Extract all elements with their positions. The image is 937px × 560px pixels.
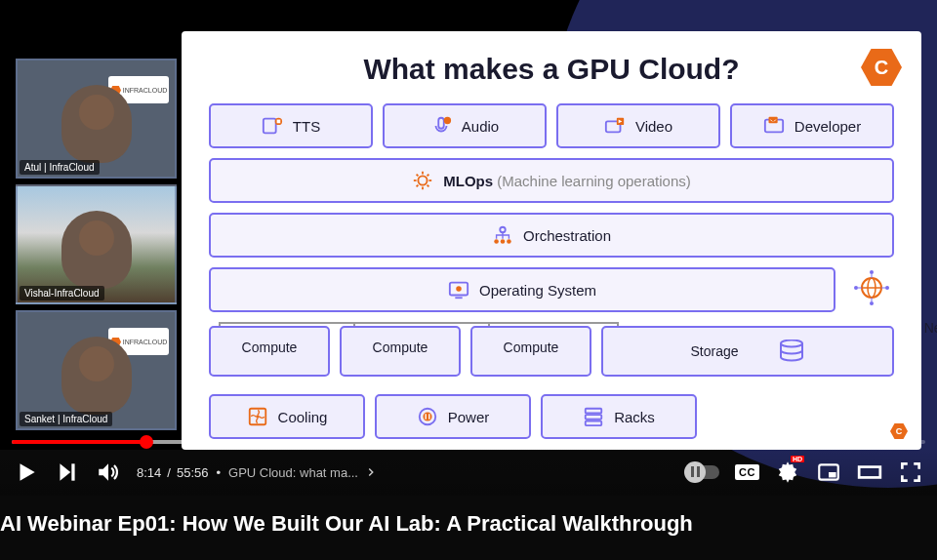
network-icon xyxy=(849,265,894,310)
chevron-right-icon xyxy=(364,465,378,479)
compute-box: Compute xyxy=(470,326,591,377)
svg-point-21 xyxy=(500,227,506,233)
participant-label: Sanket | InfraCloud xyxy=(20,412,112,426)
svg-rect-56 xyxy=(859,467,880,478)
svg-rect-51 xyxy=(71,463,74,480)
svg-line-19 xyxy=(428,175,429,177)
svg-marker-49 xyxy=(20,463,35,480)
svg-point-39 xyxy=(781,340,802,347)
os-icon xyxy=(448,279,469,300)
workload-row: TTS Audio Video Developer xyxy=(209,103,894,148)
audio-box: Audio xyxy=(383,103,547,148)
video-box: Video xyxy=(556,103,720,148)
next-button[interactable] xyxy=(55,460,80,485)
compute-box: Compute xyxy=(340,326,461,377)
play-button[interactable] xyxy=(14,460,39,485)
racks-icon xyxy=(583,406,604,427)
player-controls: 8:14 / 55:56 • GPU Cloud: what ma... CC … xyxy=(0,449,937,496)
svg-point-24 xyxy=(507,239,511,244)
svg-line-20 xyxy=(417,185,419,187)
svg-rect-46 xyxy=(586,409,602,414)
cooling-box: Cooling xyxy=(209,394,365,439)
svg-point-31 xyxy=(870,270,874,274)
tts-box: TTS xyxy=(209,103,373,148)
svg-point-12 xyxy=(419,176,428,184)
autoplay-toggle[interactable] xyxy=(686,465,719,479)
scrubber-handle[interactable] xyxy=(140,435,153,449)
duration: 55:56 xyxy=(177,465,209,480)
racks-box: Racks xyxy=(541,394,697,439)
hd-badge: HD xyxy=(791,456,804,462)
participants-column: INFRACLOUD Atul | InfraCloud Vishal-Infr… xyxy=(16,59,177,430)
participant-tile: INFRACLOUD Sanket | InfraCloud xyxy=(16,310,177,430)
developer-box: Developer xyxy=(730,103,894,148)
volume-button[interactable] xyxy=(96,460,121,485)
current-time: 8:14 xyxy=(137,465,161,480)
network-label: Network xyxy=(924,320,937,336)
presentation-slide: C C What makes a GPU Cloud? TTS Audio xyxy=(182,31,921,450)
svg-rect-11 xyxy=(768,117,777,123)
svg-rect-55 xyxy=(829,472,836,477)
progress-played xyxy=(12,440,146,444)
svg-rect-2 xyxy=(264,119,276,134)
time-chapter[interactable]: 8:14 / 55:56 • GPU Cloud: what ma... xyxy=(137,465,378,480)
avatar xyxy=(61,337,132,415)
orchestration-icon xyxy=(492,224,513,246)
captions-button[interactable]: CC xyxy=(735,464,759,480)
avatar xyxy=(61,211,132,289)
theater-button[interactable] xyxy=(857,460,882,485)
svg-point-23 xyxy=(501,239,506,244)
participant-label: Atul | InfraCloud xyxy=(20,160,100,175)
svg-point-6 xyxy=(444,117,451,124)
video-frame: INFRACLOUD Atul | InfraCloud Vishal-Infr… xyxy=(0,0,937,450)
svg-rect-48 xyxy=(586,421,602,426)
participant-tile: Vishal-InfraCloud xyxy=(16,184,177,304)
slide-brand-logo: C xyxy=(861,47,902,88)
svg-rect-5 xyxy=(438,118,444,129)
progress-bar[interactable] xyxy=(12,440,925,444)
storage-box: Storage xyxy=(601,326,894,377)
cooling-icon xyxy=(247,406,268,427)
video-title: AI Webinar Ep01: How We Built Our AI Lab… xyxy=(0,511,937,537)
svg-marker-52 xyxy=(99,463,108,480)
svg-line-17 xyxy=(417,175,419,177)
os-box: Operating System xyxy=(209,267,835,312)
miniplayer-button[interactable] xyxy=(816,460,841,485)
slide-title: What makes a GPU Cloud? xyxy=(209,53,894,86)
participant-tile: INFRACLOUD Atul | InfraCloud xyxy=(16,59,177,179)
svg-point-34 xyxy=(885,286,889,290)
tts-icon xyxy=(262,115,283,137)
svg-point-33 xyxy=(854,286,858,290)
settings-button[interactable]: HD xyxy=(775,460,800,485)
chapter-title: GPU Cloud: what ma... xyxy=(228,465,358,480)
svg-point-26 xyxy=(456,286,462,292)
svg-point-43 xyxy=(423,412,431,420)
orchestration-box: Orchestration xyxy=(209,213,894,258)
developer-icon xyxy=(763,115,785,137)
svg-rect-4 xyxy=(276,120,280,124)
svg-marker-50 xyxy=(60,463,70,480)
audio-icon xyxy=(430,115,452,137)
svg-point-22 xyxy=(494,239,499,244)
participant-label: Vishal-InfraCloud xyxy=(20,286,104,300)
video-icon xyxy=(604,115,626,137)
mlops-box: MLOps (Machine learning operations) xyxy=(209,158,894,203)
fullscreen-button[interactable] xyxy=(898,460,923,485)
power-icon xyxy=(417,406,438,427)
svg-line-18 xyxy=(428,185,429,187)
gear-icon xyxy=(412,170,433,191)
avatar xyxy=(61,85,132,163)
svg-point-41 xyxy=(256,415,260,419)
svg-point-32 xyxy=(870,301,874,305)
svg-rect-47 xyxy=(586,415,602,420)
compute-box: Compute xyxy=(209,326,330,377)
title-row: AI Webinar Ep01: How We Built Our AI Lab… xyxy=(0,503,937,544)
infra-section: Network Compute Compute Compute Storage xyxy=(209,326,894,439)
storage-icon xyxy=(778,340,805,363)
power-box: Power xyxy=(375,394,531,439)
